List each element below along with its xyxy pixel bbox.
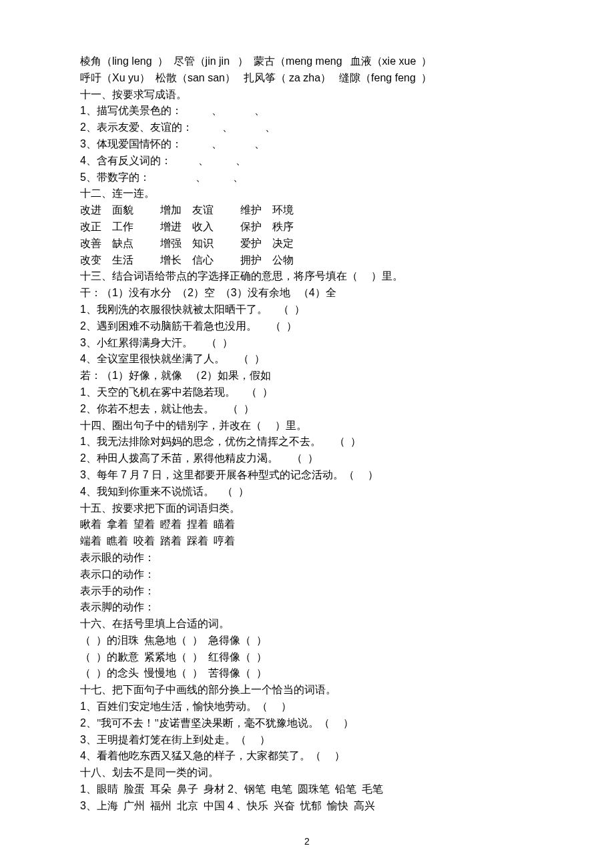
match-row: 改正 工作 增进 收入 保护 秩序 <box>80 219 534 236</box>
text: 棱角（ <box>80 55 112 67</box>
text: 呼吁（ <box>80 72 112 83</box>
text: 血液（ <box>342 55 382 67</box>
text: 、描写优美景色的： 、 、 <box>86 105 265 116</box>
number: 1 <box>80 304 86 315</box>
number: 7 <box>121 469 127 480</box>
list-item: 1、百姓们安定地生活，愉快地劳动。（ ） <box>80 699 534 715</box>
text: 、每年 <box>86 469 121 480</box>
list-item: 5、带数字的： 、 、 <box>80 169 534 186</box>
text: 、我知到你重来不说慌话。 （ ） <box>86 486 249 497</box>
text: 、看着他吃东西又猛又急的样子，大家都笑了。（ ） <box>86 750 345 761</box>
text: 、钢笔 电笔 圆珠笔 铅笔 毛笔 <box>234 783 383 795</box>
text: ） 缝隙（ <box>320 72 371 83</box>
text: ）没有余地 （ <box>237 287 309 298</box>
text: 、王明提着灯笼在街上到处走。（ ） <box>86 734 270 745</box>
number: 3 <box>80 800 86 811</box>
list-item: 2、表示友爱、友谊的： 、 、 <box>80 119 534 136</box>
section-heading: 十八、划去不是同一类的词。 <box>80 765 534 781</box>
number: 4 <box>228 800 234 811</box>
number: 4 <box>80 486 86 497</box>
text: 、天空的飞机在雾中若隐若现。 （ ） <box>86 386 273 398</box>
pinyin: Xu yu <box>112 72 139 83</box>
text: 、眼睛 脸蛋 耳朵 鼻子 身材 <box>86 783 228 795</box>
text: ） <box>416 55 432 67</box>
text: ）没有水分 （ <box>118 287 188 298</box>
number: 4 <box>309 287 315 298</box>
list-item: 4、我知到你重来不说慌话。 （ ） <box>80 484 534 500</box>
number: 1 <box>112 370 118 381</box>
number: 1 <box>80 105 86 116</box>
pinyin: ling leng <box>112 55 152 67</box>
definition-line: 干：（1）没有水分 （2）空 （3）没有余地 （4）全 <box>80 285 534 302</box>
section-heading: 十一、按要求写成语。 <box>80 87 534 103</box>
text: 、表示友爱、友谊的： 、 、 <box>86 121 276 133</box>
text: ） 尽管（ <box>152 55 206 67</box>
list-item: 3、王明提着灯笼在街上到处走。（ ） <box>80 732 534 749</box>
word-row: 端着 瞧着 咬着 踏着 踩着 哼着 <box>80 533 534 550</box>
text: 、上海 广州 福州 北京 中国 <box>86 800 228 811</box>
text: ） <box>416 72 432 83</box>
list-item: 4、含有反义词的： 、 、 <box>80 153 534 169</box>
number: 3 <box>80 469 86 480</box>
word-row: 瞅着 拿着 望着 瞪着 捏着 瞄着 <box>80 516 534 533</box>
section-heading: 十三、结合词语给带点的字选择正确的意思，将序号填在（ ）里。 <box>80 268 534 285</box>
section-heading: 十五、按要求把下面的词语归类。 <box>80 500 534 517</box>
pinyin: feng feng <box>371 72 416 83</box>
number: 3 <box>80 138 86 149</box>
list-item: 2、遇到困难不动脑筋干着急也没用。 （ ） <box>80 318 534 335</box>
match-row: 改善 缺点 增强 知识 爱护 决定 <box>80 236 534 252</box>
text: ）如果，假如 <box>207 370 271 381</box>
match-row: 改进 面貌 增加 友谊 维护 环境 <box>80 202 534 219</box>
text: 干：（ <box>80 287 112 298</box>
number: 7 <box>143 469 149 480</box>
pinyin: xie xue <box>382 55 416 67</box>
number: 4 <box>80 155 86 166</box>
list-item: 4、看着他吃东西又猛又急的样子，大家都笑了。（ ） <box>80 748 534 765</box>
text: 、"我可不去！"皮诺曹坚决果断，毫不犹豫地说。（ ） <box>86 717 354 729</box>
pinyin: za zha <box>289 72 320 83</box>
number: 1 <box>80 386 86 398</box>
number: 2 <box>80 320 86 332</box>
category-line: 表示手的动作： <box>80 583 534 600</box>
number: 1 <box>80 783 86 795</box>
list-item: 2、"我可不去！"皮诺曹坚决果断，毫不犹豫地说。（ ） <box>80 715 534 732</box>
number: 4 <box>80 750 86 761</box>
list-item: 1、我无法排除对妈妈的思念，优伤之情挥之不去。 （ ） <box>80 434 534 450</box>
number: 3 <box>80 734 86 745</box>
text: 、种田人拨高了禾苗，累得他精皮力渴。 （ ） <box>86 452 318 464</box>
pinyin: san san <box>188 72 225 83</box>
page-number: 2 <box>0 835 614 849</box>
category-line: 表示眼的动作： <box>80 550 534 566</box>
text: ） 松散（ <box>139 72 188 83</box>
pinyin: meng meng <box>286 55 342 67</box>
number: 2 <box>80 717 86 729</box>
text: 、含有反义词的： 、 、 <box>86 155 246 166</box>
list-item: 2、你若不想去，就让他去。 （ ） <box>80 401 534 418</box>
text: 若：（ <box>80 370 112 381</box>
text: 、小红累得满身大汗。 （ ） <box>86 337 233 348</box>
text: 月 <box>127 469 143 480</box>
definition-line: 若：（1）好像，就像 （2）如果，假如 <box>80 368 534 384</box>
match-row: 改变 生活 增长 信心 拥护 公物 <box>80 252 534 269</box>
number: 1 <box>80 701 86 712</box>
text: 、遇到困难不动脑筋干着急也没用。 （ ） <box>86 320 297 332</box>
category-line: 表示脚的动作： <box>80 599 534 616</box>
text-line: 呼吁（Xu yu） 松散（san san） 扎风筝（ za zha） 缝隙（fe… <box>80 70 534 87</box>
text: 、体现爱国情怀的： 、 、 <box>86 138 265 149</box>
list-item: 1、描写优美景色的： 、 、 <box>80 103 534 119</box>
section-heading: 十六、在括号里填上合适的词。 <box>80 616 534 632</box>
text: ）好像，就像 （ <box>118 370 201 381</box>
text: 、你若不想去，就让他去。 （ ） <box>86 403 254 414</box>
text: 、快乐 兴奋 忧郁 愉快 高兴 <box>234 800 375 811</box>
text: 日，这里都要开展各种型式的记念活动。（ ） <box>149 469 378 480</box>
list-item: 4、全议室里很快就坐满了人。 （ ） <box>80 351 534 368</box>
number: 1 <box>80 436 86 447</box>
list-item: 3、每年 7 月 7 日，这里都要开展各种型式的记念活动。（ ） <box>80 467 534 484</box>
text: ） 扎风筝（ <box>225 72 289 83</box>
number: 4 <box>80 353 86 364</box>
text-line: 棱角（ling leng ） 尽管（jin jin ） 蒙古（meng meng… <box>80 53 534 70</box>
text: ） 蒙古（ <box>230 55 286 67</box>
number: 3 <box>80 337 86 348</box>
number: 3 <box>231 287 237 298</box>
pinyin: jin jin <box>206 55 230 67</box>
